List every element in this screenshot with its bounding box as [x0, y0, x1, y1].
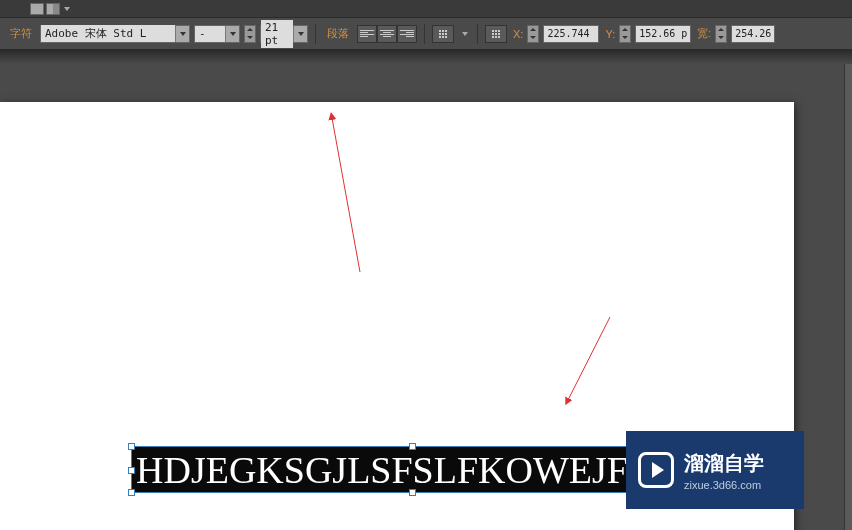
- spinner-up-icon[interactable]: [245, 26, 255, 34]
- spinner-down-icon[interactable]: [528, 34, 538, 42]
- resize-handle-ml[interactable]: [128, 467, 135, 474]
- vertical-scrollbar[interactable]: [844, 64, 852, 530]
- align-right-button[interactable]: [397, 25, 417, 43]
- font-size-dropdown[interactable]: 21 pt: [260, 25, 308, 43]
- play-icon: [638, 452, 674, 488]
- selected-text[interactable]: HDJEGKSGJLSFSLFKOWEJF: [132, 447, 691, 492]
- list-dropdown-arrow[interactable]: [460, 28, 470, 40]
- list-options-button[interactable]: [432, 25, 454, 43]
- font-style-value: -: [195, 26, 225, 41]
- spinner-down-icon[interactable]: [716, 34, 726, 42]
- x-label: X:: [513, 28, 523, 40]
- text-frame[interactable]: HDJEGKSGJLSFSLFKOWEJF: [131, 446, 692, 493]
- divider: [315, 24, 316, 44]
- view-mode-group: [30, 3, 60, 15]
- character-label: 字符: [6, 26, 36, 41]
- w-spinner[interactable]: [715, 25, 727, 43]
- x-input[interactable]: [543, 25, 599, 43]
- font-size-spinner[interactable]: [244, 25, 256, 43]
- font-family-dropdown[interactable]: Adobe 宋体 Std L: [40, 25, 190, 43]
- grid-icon: [439, 30, 447, 38]
- reference-point-icon: [492, 30, 500, 38]
- w-label: 宽:: [697, 26, 711, 41]
- y-input[interactable]: [635, 25, 691, 43]
- font-size-arrow-icon[interactable]: [293, 26, 307, 42]
- svg-line-1: [332, 118, 360, 272]
- font-style-arrow-icon[interactable]: [225, 26, 239, 42]
- watermark-title: 溜溜自学: [684, 450, 764, 477]
- watermark: 溜溜自学 zixue.3d66.com: [626, 431, 804, 509]
- spinner-up-icon[interactable]: [716, 26, 726, 34]
- align-group: [357, 25, 417, 43]
- spinner-down-icon[interactable]: [245, 34, 255, 42]
- spinner-down-icon[interactable]: [620, 34, 630, 42]
- font-family-arrow-icon[interactable]: [175, 26, 189, 42]
- y-spinner[interactable]: [619, 25, 631, 43]
- spinner-up-icon[interactable]: [528, 26, 538, 34]
- top-strip: [0, 0, 852, 18]
- divider: [424, 24, 425, 44]
- resize-handle-tl[interactable]: [128, 443, 135, 450]
- toolbar-shadow: [0, 50, 852, 64]
- watermark-url: zixue.3d66.com: [684, 479, 764, 491]
- x-spinner[interactable]: [527, 25, 539, 43]
- svg-line-2: [568, 317, 610, 400]
- resize-handle-bm[interactable]: [409, 489, 416, 496]
- font-size-value: 21 pt: [261, 20, 293, 48]
- font-style-dropdown[interactable]: -: [194, 25, 240, 43]
- reference-point-button[interactable]: [485, 25, 507, 43]
- paragraph-label: 段落: [323, 26, 353, 41]
- view-split-icon[interactable]: [46, 3, 60, 15]
- view-dropdown-arrow[interactable]: [62, 3, 72, 15]
- watermark-text: 溜溜自学 zixue.3d66.com: [684, 450, 764, 491]
- align-center-button[interactable]: [377, 25, 397, 43]
- view-single-icon[interactable]: [30, 3, 44, 15]
- resize-handle-bl[interactable]: [128, 489, 135, 496]
- font-family-value: Adobe 宋体 Std L: [41, 25, 175, 42]
- y-label: Y:: [605, 28, 615, 40]
- options-toolbar: 字符 Adobe 宋体 Std L - 21 pt 段落: [0, 18, 852, 50]
- spinner-up-icon[interactable]: [620, 26, 630, 34]
- resize-handle-tm[interactable]: [409, 443, 416, 450]
- align-left-button[interactable]: [357, 25, 377, 43]
- w-input[interactable]: [731, 25, 775, 43]
- divider: [477, 24, 478, 44]
